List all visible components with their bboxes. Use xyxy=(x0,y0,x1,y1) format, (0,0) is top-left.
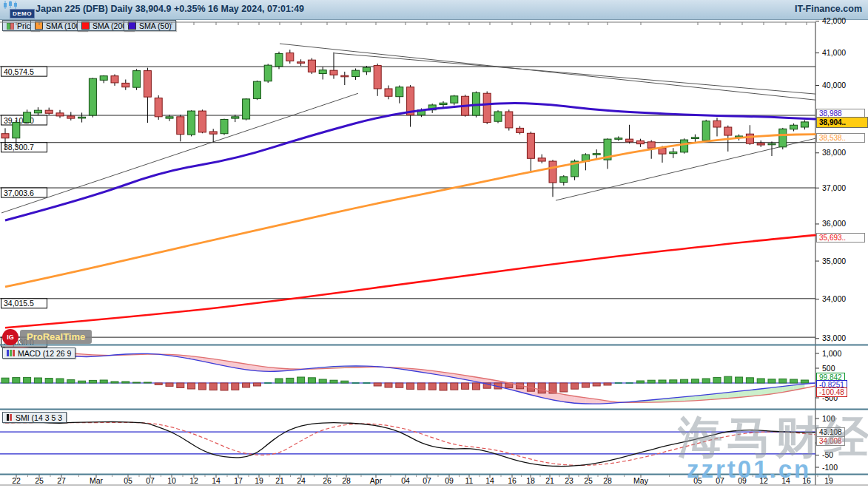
sma200-line[interactable] xyxy=(5,235,815,328)
candle-up xyxy=(440,103,447,104)
macd-hist-up xyxy=(736,377,743,383)
candle-up xyxy=(221,119,228,133)
time-tick-label: 26 xyxy=(323,476,332,485)
macd-hist-up xyxy=(790,379,798,383)
sma100-price-label: 38,538.. xyxy=(816,133,865,143)
sma200-price-label: 35,693.. xyxy=(816,233,865,243)
macd-hist-up xyxy=(670,380,677,383)
price-tick-label: 40,000 xyxy=(822,81,846,89)
sma100-line[interactable] xyxy=(5,135,815,287)
price-tick-label: 42,000 xyxy=(822,16,846,25)
candle-down xyxy=(144,71,151,98)
level-label: 37,003.6 xyxy=(4,189,34,197)
macd-line xyxy=(5,352,815,404)
candle-down xyxy=(56,113,64,116)
price-tick-label: 37,000 xyxy=(822,183,846,192)
macd-hist-up xyxy=(757,379,764,383)
candle-up xyxy=(790,125,798,129)
candle-down xyxy=(67,116,75,118)
macd-hist-up xyxy=(779,379,787,383)
macd-hist-up xyxy=(330,380,337,383)
time-tick-label: 16 xyxy=(508,476,517,485)
candle-down xyxy=(45,110,53,113)
time-tick-label: Apr xyxy=(370,476,383,485)
candle-up xyxy=(232,117,239,118)
time-tick-label: 21 xyxy=(545,476,554,485)
macd-hist-down xyxy=(155,383,162,384)
time-tick-label: Mar xyxy=(90,476,104,485)
candle-up xyxy=(702,121,710,140)
time-tick-label: 28 xyxy=(603,476,612,485)
macd-hist-down xyxy=(417,383,425,390)
macd-hist-down xyxy=(560,383,568,392)
macd-hist-up xyxy=(89,380,96,383)
time-tick-label: 18 xyxy=(526,476,535,485)
smi-indicator-box[interactable]: SMI (14 3 5 3 xyxy=(2,412,67,423)
time-tick-label: 19 xyxy=(255,476,263,485)
candle-down xyxy=(505,112,513,128)
candle-up xyxy=(691,138,699,139)
time-tick-label: 17 xyxy=(234,476,243,485)
candle-down xyxy=(1,134,9,138)
macd-panel[interactable] xyxy=(0,346,815,404)
macd-hist-down xyxy=(451,383,458,390)
candle-down xyxy=(341,75,349,77)
candle-down xyxy=(636,140,644,143)
candle-up xyxy=(615,138,622,140)
macd-hist-up xyxy=(691,379,699,383)
macd-hist-up xyxy=(319,379,326,383)
level-label: 34,015.5 xyxy=(4,299,34,308)
candle-up xyxy=(670,152,677,153)
macd-hist-down xyxy=(253,383,260,386)
macd-hist-up xyxy=(702,379,710,383)
macd-hist-down xyxy=(582,383,589,387)
level-label: 40,574.5 xyxy=(4,67,34,76)
macd-hist-up xyxy=(308,378,315,383)
candle-down xyxy=(374,66,381,89)
macd-hist-up xyxy=(122,382,129,383)
macd-tick-label: 1,000 xyxy=(822,349,841,358)
candle-down xyxy=(297,62,305,64)
time-tick-label: 23 xyxy=(565,476,573,485)
macd-hist-up xyxy=(1,378,9,383)
macd-tick-label: 500 xyxy=(822,364,835,373)
time-tick-label: 11 xyxy=(465,476,474,485)
candle-up xyxy=(13,123,20,138)
macd-hist-up xyxy=(45,379,53,383)
candle-up xyxy=(264,65,272,81)
macd-hist-down xyxy=(374,383,381,386)
candle-up xyxy=(801,122,808,127)
candle-up xyxy=(243,99,250,119)
candle-down xyxy=(659,148,666,154)
macd-hist-down xyxy=(232,383,239,390)
candle-down xyxy=(286,53,294,61)
macd-hist-up xyxy=(67,380,75,383)
candle-up xyxy=(24,112,31,123)
candle-down xyxy=(626,139,633,142)
candle-down xyxy=(122,83,129,87)
candle-down xyxy=(713,121,721,127)
macd-indicator-label: MACD (12 26 9 xyxy=(18,349,71,358)
time-tick-label: 22 xyxy=(12,476,21,485)
macd-indicator-box[interactable]: MACD (12 26 9 xyxy=(2,348,75,359)
macd-hist-up xyxy=(724,376,732,383)
candlesticks[interactable] xyxy=(1,50,808,197)
macd-hist-down xyxy=(177,383,184,387)
candle-down xyxy=(517,128,524,132)
candle-up xyxy=(681,140,688,152)
time-tick-label: 28 xyxy=(342,476,351,485)
time-tick-label: 14 xyxy=(212,476,221,485)
macd-hist-up xyxy=(133,382,141,383)
time-tick-label: 04 xyxy=(401,476,410,485)
macd-hist-up xyxy=(659,380,666,383)
candle-down xyxy=(757,143,764,145)
macd-hist-down xyxy=(593,383,600,386)
price-tick-label: 33,000 xyxy=(822,333,846,342)
macd-hist-up xyxy=(746,378,753,383)
candle-up xyxy=(275,53,283,66)
time-tick-label: 07 xyxy=(423,476,431,485)
candle-down xyxy=(549,161,556,183)
candle-down xyxy=(155,98,162,116)
candle-down xyxy=(527,133,534,158)
candle-down xyxy=(483,93,491,122)
